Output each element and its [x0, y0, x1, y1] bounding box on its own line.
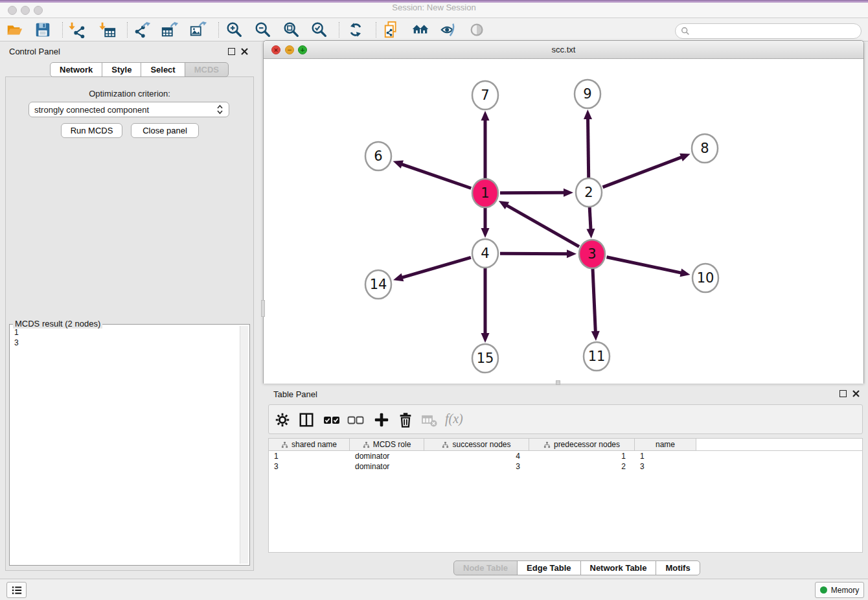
select-all-icon[interactable]: [322, 410, 341, 430]
zoom-in-icon[interactable]: [225, 20, 244, 40]
edge-3-11[interactable]: [593, 269, 595, 332]
edge-4-3[interactable]: [500, 253, 568, 254]
task-history-button[interactable]: [6, 582, 27, 598]
graph-node-14[interactable]: 14: [365, 270, 391, 299]
graph-node-9[interactable]: 9: [575, 80, 600, 108]
control-panel-tab-mcds[interactable]: MCDS: [185, 62, 229, 77]
import-table-icon[interactable]: [98, 20, 117, 40]
column-header-shared-name[interactable]: shared name: [269, 439, 350, 450]
column-header-name[interactable]: name: [635, 439, 696, 450]
table-panel-tab-node-table[interactable]: Node Table: [453, 560, 518, 575]
save-session-icon[interactable]: [33, 20, 52, 40]
edge-arrowhead: [393, 273, 404, 281]
table-cell[interactable]: 1: [269, 451, 350, 461]
edge-2-3[interactable]: [589, 207, 591, 230]
column-header-MCDS-role[interactable]: MCDS role: [350, 439, 424, 450]
graph-node-11[interactable]: 11: [584, 342, 610, 371]
graph-node-1[interactable]: 1: [472, 179, 498, 207]
edge-arrowhead: [481, 228, 490, 238]
control-panel-tab-network[interactable]: Network: [50, 62, 102, 77]
search-input[interactable]: [693, 27, 856, 36]
edge-3-10[interactable]: [607, 257, 682, 273]
home-icon[interactable]: [411, 20, 430, 40]
table-cell[interactable]: dominator: [350, 451, 424, 461]
memory-button[interactable]: Memory: [815, 582, 864, 598]
control-panel-float-icon[interactable]: [228, 48, 235, 55]
edge-2-8[interactable]: [603, 157, 683, 187]
zoom-out-icon[interactable]: [253, 20, 273, 40]
table-panel-tabs: Node TableEdge TableNetwork TableMotifs: [453, 560, 700, 575]
edge-1-2[interactable]: [500, 192, 565, 193]
show-column-panel-icon[interactable]: [297, 410, 316, 430]
graph-node-6[interactable]: 6: [365, 142, 391, 170]
network-window-titlebar[interactable]: × − + scc.txt: [264, 41, 863, 59]
mcds-result-box: MCDS result (2 nodes) 13: [9, 324, 250, 566]
edge-4-14[interactable]: [402, 257, 471, 277]
table-cell[interactable]: 1: [529, 451, 635, 461]
graph-node-15[interactable]: 15: [472, 344, 498, 373]
table-panel-tab-edge-table[interactable]: Edge Table: [517, 560, 580, 575]
new-network-from-selection-icon[interactable]: [382, 20, 402, 40]
add-column-icon[interactable]: [372, 410, 391, 430]
table-cell[interactable]: 3: [424, 461, 529, 472]
table-panel-close-icon[interactable]: [852, 389, 860, 398]
hide-panels-icon[interactable]: [439, 20, 458, 40]
edge-1-6[interactable]: [401, 164, 471, 188]
table-toolbar: f(x): [268, 404, 863, 434]
table-cell[interactable]: dominator: [350, 461, 424, 472]
graph-node-4[interactable]: 4: [472, 239, 498, 268]
open-session-icon[interactable]: [5, 20, 24, 40]
graph-node-3[interactable]: 3: [579, 240, 605, 268]
search-box[interactable]: [675, 23, 862, 39]
network-graph[interactable]: 7968124314101511: [264, 59, 863, 384]
graph-node-8[interactable]: 8: [692, 134, 718, 163]
column-header-successor-nodes[interactable]: successor nodes: [424, 439, 529, 450]
memory-status-icon: [820, 586, 827, 594]
control-panel-tab-style[interactable]: Style: [102, 62, 141, 77]
control-panel-tab-select[interactable]: Select: [141, 62, 185, 77]
close-panel-button[interactable]: Close panel: [131, 123, 199, 138]
zoom-fit-icon[interactable]: [282, 20, 301, 40]
column-header-predecessor-nodes[interactable]: predecessor nodes: [529, 439, 635, 450]
splitter-handle[interactable]: [261, 300, 265, 317]
delete-icon[interactable]: [396, 410, 415, 430]
table-panel-tab-motifs[interactable]: Motifs: [656, 560, 700, 575]
table-row[interactable]: 1dominator411: [269, 451, 862, 461]
edge-arrowhead: [591, 331, 600, 341]
main-toolbar: [0, 18, 868, 41]
show-panel-icon[interactable]: [468, 20, 487, 40]
network-canvas[interactable]: 7968124314101511: [264, 59, 863, 384]
export-image-icon[interactable]: [188, 20, 208, 40]
table-cell[interactable]: 3: [269, 461, 350, 472]
zoom-selected-icon[interactable]: [310, 20, 329, 40]
edge-arrowhead: [586, 229, 595, 238]
mcds-result-item[interactable]: 1: [11, 327, 238, 338]
table-row[interactable]: 3dominator323: [269, 461, 862, 472]
search-icon: [681, 27, 690, 36]
table-cell[interactable]: 1: [635, 451, 696, 461]
apply-layout-icon[interactable]: [346, 20, 365, 40]
resize-handle[interactable]: [556, 380, 560, 385]
edge-2-9[interactable]: [588, 118, 588, 178]
table-panel-tab-network-table[interactable]: Network Table: [580, 560, 657, 575]
table-panel-float-icon[interactable]: [839, 390, 847, 397]
table-cell[interactable]: 2: [529, 461, 635, 472]
criterion-select[interactable]: strongly connected component: [29, 102, 229, 117]
table-settings-gear-icon[interactable]: [273, 410, 292, 430]
result-scrollbar[interactable]: [240, 326, 248, 564]
import-network-icon[interactable]: [67, 20, 87, 40]
deselect-all-icon[interactable]: [346, 410, 365, 430]
export-network-icon[interactable]: [132, 20, 152, 40]
node-label: 1: [481, 185, 489, 201]
table-cell[interactable]: 3: [635, 461, 696, 472]
table-cell[interactable]: 4: [424, 451, 529, 461]
mcds-result-item[interactable]: 3: [11, 338, 238, 348]
mcds-result-list[interactable]: 13: [11, 327, 238, 564]
graph-node-2[interactable]: 2: [576, 178, 602, 207]
export-table-icon[interactable]: [160, 20, 179, 40]
graph-node-10[interactable]: 10: [692, 264, 718, 292]
graph-node-7[interactable]: 7: [472, 81, 498, 110]
run-mcds-button[interactable]: Run MCDS: [61, 123, 122, 138]
control-panel-close-icon[interactable]: [240, 47, 249, 56]
edge-3-1[interactable]: [506, 205, 579, 246]
